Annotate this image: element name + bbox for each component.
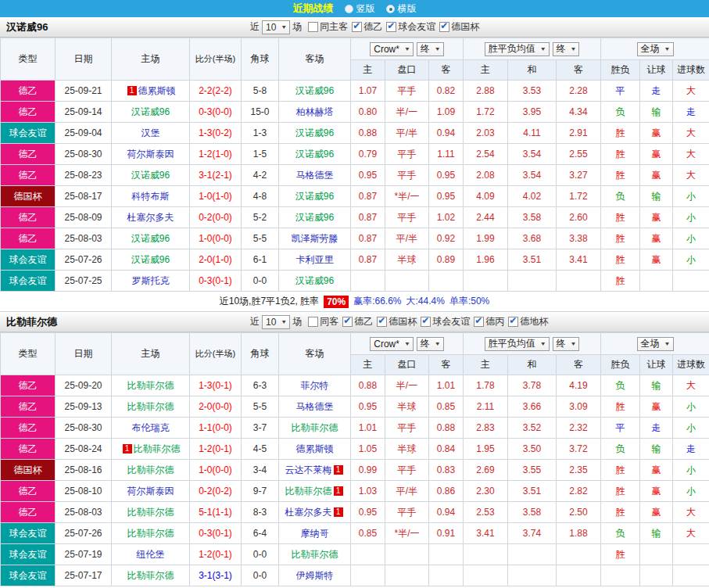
filter-德丙[interactable]: 德丙 (474, 315, 504, 328)
team-link[interactable]: 摩纳哥 (301, 528, 329, 539)
filter-德地杯[interactable]: 德地杯 (508, 315, 548, 328)
team-link[interactable]: 汉诺威96 (131, 254, 170, 265)
team-link[interactable]: 云达不莱梅 (285, 464, 332, 475)
handicap-result: 赢 (640, 396, 673, 418)
asian-home-odds: 0.87 (351, 186, 385, 207)
team-link[interactable]: 凯泽斯劳滕 (292, 233, 338, 244)
odds-company-select[interactable]: Crow*▼ (370, 42, 414, 56)
team-link[interactable]: 菲尔特 (301, 380, 329, 391)
filter-同主客[interactable]: 同主客 (308, 20, 348, 34)
layout-vertical-radio[interactable]: 竖版 (345, 2, 375, 16)
team-link[interactable]: 汉诺威96 (131, 170, 170, 181)
team-link[interactable]: 布伦瑞克 (132, 422, 170, 433)
team-link[interactable]: 比勒菲尔德 (127, 464, 174, 475)
team-link[interactable]: 伊姆斯特 (296, 570, 334, 581)
team-link[interactable]: 荷尔斯泰因 (127, 486, 174, 497)
odds-final-select[interactable]: 终▼ (417, 42, 444, 56)
team-name: 汉诺威96 (6, 20, 250, 34)
wdl-result: 胜 (601, 207, 640, 228)
avg-final-value: 终 (557, 337, 566, 350)
scope-select[interactable]: 全场▼ (637, 42, 674, 56)
team-link[interactable]: 比勒菲尔德 (292, 549, 338, 560)
checkbox-icon[interactable] (508, 317, 518, 327)
checkbox-icon[interactable] (377, 317, 387, 327)
filter-label: 德国杯 (389, 315, 417, 328)
scope-select[interactable]: 全场▼ (637, 337, 674, 351)
team-link[interactable]: 柏林赫塔 (296, 106, 334, 117)
team-link[interactable]: 杜塞尔多夫 (285, 507, 332, 518)
team-link[interactable]: 汉诺威96 (295, 191, 334, 202)
avg-odds-select[interactable]: 胜平负均值▼ (485, 42, 550, 56)
filter-德国杯[interactable]: 德国杯 (439, 20, 479, 34)
team-link[interactable]: 汉诺威96 (295, 212, 334, 223)
team-link[interactable]: 汉诺威96 (295, 275, 334, 286)
match-date: 25-07-26 (56, 249, 112, 271)
team-link[interactable]: 比勒菲尔德 (127, 380, 174, 391)
checkbox-icon[interactable] (352, 22, 362, 32)
corners: 15-0 (242, 102, 279, 123)
handicap: 半球 (385, 249, 429, 271)
team-link[interactable]: 比勒菲尔德 (127, 570, 174, 581)
team-link[interactable]: 汉诺威96 (295, 85, 334, 96)
team-link[interactable]: 纽伦堡 (137, 549, 165, 560)
checkbox-icon[interactable] (308, 22, 318, 32)
team-link[interactable]: 比勒菲尔德 (127, 528, 174, 539)
chevron-down-icon: ▼ (540, 341, 546, 347)
team-link[interactable]: 汉堡 (141, 127, 160, 138)
wdl-result: 负 (601, 439, 640, 460)
team-header-hannover: 汉诺威96 近 10 ▼ 场 同主客德乙球会友谊德国杯 (0, 17, 709, 38)
league-type-badge: 德乙 (1, 165, 56, 186)
euro-away-odds (557, 565, 601, 586)
checkbox-icon[interactable] (474, 317, 484, 327)
checkbox-icon[interactable] (421, 317, 431, 327)
layout-horizontal-radio[interactable]: 横版 (386, 2, 417, 16)
goals-result: 大 (673, 165, 709, 186)
checkbox-icon[interactable] (342, 317, 353, 327)
goals-result: 大 (673, 144, 709, 165)
odds-company-select[interactable]: Crow*▼ (370, 337, 414, 351)
match-count-select[interactable]: 10 ▼ (262, 315, 290, 329)
filter-德乙[interactable]: 德乙 (342, 315, 373, 328)
team-link[interactable]: 汉诺威96 (131, 233, 170, 244)
team-link[interactable]: 科特布斯 (132, 191, 170, 202)
team-link[interactable]: 汉诺威96 (295, 149, 334, 160)
filter-球会友谊[interactable]: 球会友谊 (386, 20, 435, 34)
team-link[interactable]: 荷尔斯泰因 (127, 149, 174, 160)
team-link[interactable]: 比勒菲尔德 (127, 401, 174, 412)
avg-final-select[interactable]: 终▼ (553, 337, 580, 351)
avg-final-select[interactable]: 终▼ (553, 42, 580, 56)
team-link[interactable]: 比勒菲尔德 (292, 422, 338, 433)
team-link[interactable]: 比勒菲尔德 (285, 486, 332, 497)
team-link[interactable]: 汉诺威96 (295, 127, 334, 138)
team-link[interactable]: 比勒菲尔德 (134, 443, 181, 454)
filter-德国杯[interactable]: 德国杯 (377, 315, 417, 328)
team-link[interactable]: 杜塞尔多夫 (127, 212, 174, 223)
checkbox-icon[interactable] (439, 22, 449, 32)
checkbox-icon[interactable] (308, 317, 318, 327)
col-goals: 进球数 (673, 355, 709, 375)
euro-home-odds: 2.83 (464, 418, 508, 439)
team-link[interactable]: 罗斯托克 (132, 275, 170, 286)
filter-同客[interactable]: 同客 (308, 315, 338, 328)
team-link[interactable]: 德累斯顿 (296, 443, 334, 454)
red-card-badge: 1 (127, 86, 137, 95)
away-team-cell: 凯泽斯劳滕 (279, 228, 351, 249)
home-team-cell: 科特布斯 (112, 186, 190, 207)
wdl-result: 胜 (601, 144, 640, 165)
checkbox-icon[interactable] (386, 22, 396, 32)
euro-home-odds: 1.99 (464, 228, 508, 249)
team-link[interactable]: 卡利亚里 (296, 254, 334, 265)
avg-odds-select[interactable]: 胜平负均值▼ (485, 337, 550, 351)
team-link[interactable]: 比勒菲尔德 (127, 507, 174, 518)
team-link[interactable]: 马格德堡 (296, 401, 334, 412)
euro-draw-odds: 3.58 (508, 207, 557, 228)
odds-final-select[interactable]: 终▼ (417, 337, 444, 351)
corners: 3-7 (242, 418, 279, 439)
filter-德乙[interactable]: 德乙 (352, 20, 382, 34)
team-link[interactable]: 德累斯顿 (138, 85, 176, 96)
team-link[interactable]: 马格德堡 (296, 170, 334, 181)
match-count-select[interactable]: 10 ▼ (262, 20, 290, 34)
team-link[interactable]: 汉诺威96 (131, 106, 170, 117)
asian-home-odds: 0.88 (351, 123, 385, 144)
filter-球会友谊[interactable]: 球会友谊 (421, 315, 470, 328)
